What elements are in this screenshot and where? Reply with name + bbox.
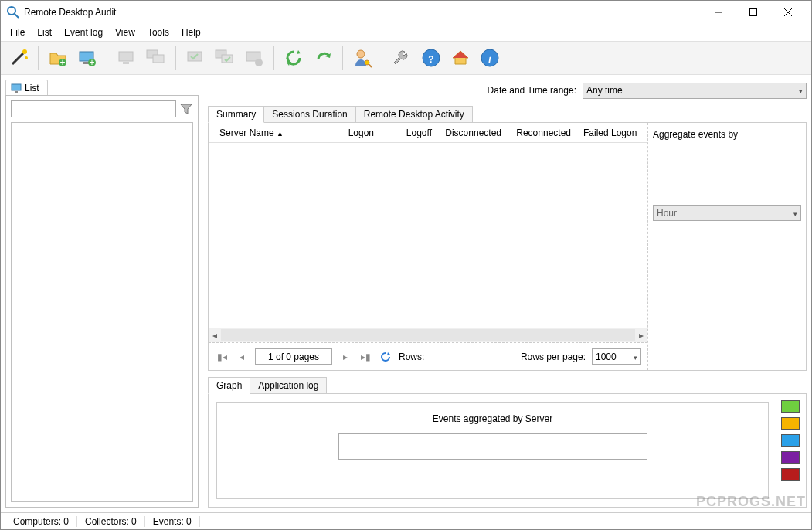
pager-next-button[interactable]: ▸ [338,350,352,364]
list-tab[interactable]: List [5,80,48,96]
svg-point-23 [255,59,263,66]
legend-swatch-1 [781,400,800,413]
rows-label: Rows: [399,352,424,362]
svg-point-0 [8,7,15,15]
grid-header: Server Name ▲ Logon Logoff Disconnected … [209,123,647,143]
filter-icon[interactable] [179,102,193,116]
computer-icon[interactable] [114,45,140,71]
date-range-value: Any time [586,85,623,96]
maximize-button[interactable] [736,1,770,24]
svg-rect-15 [119,52,133,61]
check1-icon[interactable] [182,45,209,71]
home-icon[interactable] [447,45,474,71]
svg-text:+: + [89,57,94,68]
svg-point-24 [357,50,365,58]
tab-application-log[interactable]: Application log [250,377,327,394]
computer-list[interactable] [11,122,193,502]
pager-prev-button[interactable]: ◂ [235,350,249,364]
menu-view[interactable]: View [109,25,141,39]
rows-per-page-select[interactable]: 1000 [592,348,641,365]
titlebar: Remote Desktop Audit [1,1,811,24]
watermark: PCPROGS.NET [696,494,806,510]
col-reconnected[interactable]: Reconnected [508,127,577,138]
pager-first-button[interactable]: ▮◂ [215,350,229,364]
aggregate-select[interactable]: Hour [653,205,801,221]
redo-icon[interactable] [310,45,336,71]
legend-swatch-2 [781,417,800,430]
folder-add-icon[interactable]: + [45,45,71,71]
status-collectors: Collectors: 0 [77,516,145,527]
tab-sessions-duration[interactable]: Sessions Duration [263,106,355,123]
window-title: Remote Desktop Audit [24,7,701,18]
statusbar: Computers: 0 Collectors: 0 Events: 0 [1,512,811,529]
svg-rect-3 [749,9,756,16]
chevron-down-icon [799,85,803,96]
svg-rect-16 [123,62,129,64]
pager-refresh-button[interactable] [379,350,392,364]
check3-icon[interactable] [241,45,267,71]
close-button[interactable] [770,1,805,24]
minimize-button[interactable] [701,1,736,24]
aggregate-value: Hour [657,208,677,219]
scroll-track[interactable] [221,329,635,341]
date-range-label: Date and Time range: [488,85,576,96]
tab-graph[interactable]: Graph [208,377,250,394]
menu-help[interactable]: Help [175,25,207,39]
legend-swatch-4 [781,451,800,464]
scroll-right-icon[interactable]: ▸ [635,330,647,341]
search-input[interactable] [11,100,176,117]
chevron-down-icon [793,208,797,219]
svg-line-6 [12,53,23,64]
menu-eventlog[interactable]: Event log [58,25,109,39]
pager-page-input[interactable] [255,348,332,365]
col-disconnected[interactable]: Disconnected [438,127,508,138]
chevron-down-icon [634,352,637,362]
list-tab-row: List [5,80,199,96]
pager-last-button[interactable]: ▸▮ [358,350,372,364]
date-range-select[interactable]: Any time [583,83,807,99]
scroll-left-icon[interactable]: ◂ [209,330,221,341]
app-icon [7,6,19,19]
svg-line-26 [369,64,372,67]
menu-list[interactable]: List [31,25,58,39]
computer-add-icon[interactable]: + [74,45,100,71]
computer-group-icon[interactable] [143,45,169,71]
status-events: Events: 0 [145,516,200,527]
check2-icon[interactable] [212,45,238,71]
svg-line-1 [15,14,19,18]
window-controls [701,1,805,24]
svg-point-8 [25,56,28,59]
help-icon[interactable]: ? [418,45,444,71]
tab-summary[interactable]: Summary [208,106,264,123]
summary-body: Server Name ▲ Logon Logoff Disconnected … [208,122,807,371]
grid-body[interactable] [209,143,647,328]
tab-remote-desktop-activity[interactable]: Remote Desktop Activity [355,106,473,123]
date-range-row: Date and Time range: Any time [208,80,807,101]
left-body [5,95,199,508]
body-area: List Date and Time range: Any time Summa… [1,75,811,512]
right-panel: Date and Time range: Any time Summary Se… [203,75,811,512]
left-panel: List [1,75,203,512]
svg-text:+: + [59,57,65,68]
refresh-icon[interactable] [280,45,307,71]
pager: ▮◂ ◂ ▸ ▸▮ Rows: Rows per page: 1000 [209,342,647,370]
rows-per-page-value: 1000 [596,352,617,362]
col-logoff[interactable]: Logoff [380,127,438,138]
menubar: File List Event log View Tools Help [1,24,811,41]
wrench-icon[interactable] [389,45,415,71]
search-row [11,100,193,117]
info-icon[interactable]: i [477,45,503,71]
col-logon[interactable]: Logon [322,127,380,138]
svg-rect-32 [15,91,18,93]
user-key-icon[interactable] [349,45,375,71]
summary-tabs: Summary Sessions Duration Remote Desktop… [208,106,807,123]
list-tab-label: List [25,83,39,93]
col-failed-logon[interactable]: Failed Logon [577,127,643,138]
menu-file[interactable]: File [4,25,31,39]
graph-area: Events aggregated by Server [216,402,769,499]
menu-tools[interactable]: Tools [141,25,175,39]
status-computers: Computers: 0 [5,516,77,527]
col-server-name[interactable]: Server Name ▲ [213,127,322,138]
horizontal-scrollbar[interactable]: ◂ ▸ [209,328,647,342]
wizard-icon[interactable] [5,45,32,71]
